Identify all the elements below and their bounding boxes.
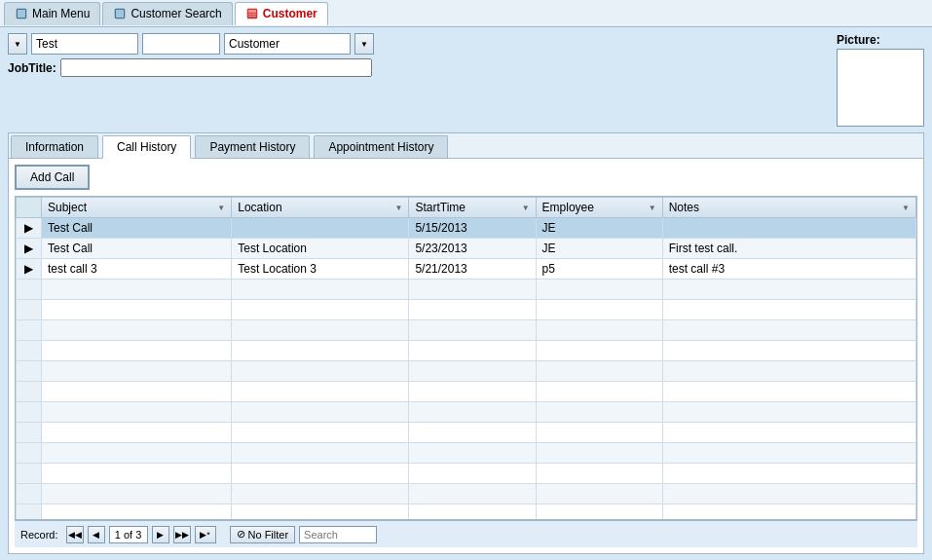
nav-next-button[interactable]: ▶: [152, 526, 169, 543]
cell-employee[interactable]: JE: [536, 239, 662, 259]
row-selector[interactable]: ▶: [17, 218, 42, 239]
table-row[interactable]: ▶ Test Call Test Location 5/23/2013 JE F…: [17, 239, 916, 259]
svg-rect-6: [248, 14, 256, 15]
nav-last-button[interactable]: ▶▶: [173, 526, 191, 543]
selector-column-header: [17, 198, 42, 218]
table-row-empty: [17, 341, 916, 361]
sub-tab-payment-history[interactable]: Payment History: [195, 135, 310, 158]
call-history-content: Add Call Subject ▼: [9, 159, 923, 553]
record-nav-label: Record:: [20, 529, 58, 541]
no-filter-button[interactable]: ⊘ No Filter: [230, 526, 296, 543]
main-content: JobTitle: Picture: Information Call Hist…: [0, 27, 932, 560]
record-search-input[interactable]: [299, 526, 377, 543]
picture-label: Picture:: [837, 33, 880, 47]
search-icon: [113, 7, 127, 20]
jobtitle-input[interactable]: [60, 58, 372, 77]
table-row-empty: [17, 504, 916, 521]
location-column-header[interactable]: Location ▼: [232, 198, 409, 218]
table-row-empty: [17, 423, 916, 443]
cell-subject[interactable]: Test Call: [42, 218, 232, 239]
record-nav: Record: ◀◀ ◀ ▶ ▶▶ ▶* ⊘ No Filter: [15, 520, 917, 547]
record-position-input[interactable]: [109, 526, 148, 543]
table-row-empty: [17, 443, 916, 464]
cell-employee[interactable]: p5: [536, 259, 662, 280]
table-row-empty: [17, 361, 916, 382]
funnel-icon: ⊘: [237, 528, 245, 541]
tab-panel: Information Call History Payment History…: [8, 132, 924, 554]
table-row-empty: [17, 280, 916, 300]
cell-starttime[interactable]: 5/23/2013: [409, 239, 536, 259]
field1-dropdown[interactable]: [8, 33, 27, 55]
top-form: JobTitle: Picture:: [8, 33, 924, 127]
table-row[interactable]: ▶ Test Call 5/15/2013 JE: [17, 218, 916, 239]
cell-notes[interactable]: test call #3: [662, 259, 915, 280]
tab-main-menu[interactable]: Main Menu: [4, 2, 100, 25]
notes-column-header[interactable]: Notes ▼: [662, 198, 915, 218]
table-row-empty: [17, 484, 916, 504]
row-selector[interactable]: ▶: [17, 239, 42, 259]
nav-prev-button[interactable]: ◀: [88, 526, 105, 543]
cell-notes[interactable]: [662, 218, 915, 239]
middle-name-input[interactable]: [142, 33, 220, 55]
home-icon: [15, 7, 28, 20]
title-dropdown[interactable]: [354, 33, 374, 55]
cell-location[interactable]: Test Location: [232, 239, 409, 259]
tab-main-menu-label: Main Menu: [32, 7, 90, 20]
table-row-empty: [17, 320, 916, 341]
cell-employee[interactable]: JE: [536, 218, 662, 239]
add-call-button[interactable]: Add Call: [15, 165, 90, 190]
location-sort-icon: ▼: [394, 204, 402, 212]
sub-tab-appointment-history[interactable]: Appointment History: [314, 135, 448, 158]
table-row-empty: [17, 382, 916, 402]
last-name-input[interactable]: [224, 33, 351, 55]
subject-column-header[interactable]: Subject ▼: [42, 198, 232, 218]
cell-starttime[interactable]: 5/15/2013: [409, 218, 536, 239]
cell-subject[interactable]: Test Call: [42, 239, 232, 259]
row-selector[interactable]: ▶: [17, 259, 42, 280]
sub-tab-call-history[interactable]: Call History: [102, 135, 191, 159]
cell-location[interactable]: Test Location 3: [232, 259, 409, 280]
tab-customer-search-label: Customer Search: [130, 7, 221, 20]
table-row-empty: [17, 402, 916, 423]
sub-tabs: Information Call History Payment History…: [9, 133, 923, 159]
svg-rect-3: [116, 10, 124, 18]
starttime-column-header[interactable]: StartTime ▼: [409, 198, 536, 218]
cell-starttime[interactable]: 5/21/2013: [409, 259, 536, 280]
title-bar: Main Menu Customer Search Customer: [0, 0, 932, 27]
picture-box: [837, 49, 924, 127]
nav-first-button[interactable]: ◀◀: [66, 526, 84, 543]
cell-notes[interactable]: First test call.: [662, 239, 915, 259]
employee-sort-icon: ▼: [649, 204, 656, 212]
tab-customer-search[interactable]: Customer Search: [102, 2, 232, 25]
subject-sort-icon: ▼: [217, 204, 225, 212]
svg-rect-5: [248, 10, 256, 13]
employee-column-header[interactable]: Employee ▼: [536, 198, 662, 218]
svg-rect-7: [248, 16, 256, 17]
table-icon: [245, 7, 259, 20]
starttime-sort-icon: ▼: [522, 204, 530, 212]
jobtitle-row: JobTitle:: [8, 58, 817, 77]
jobtitle-label: JobTitle:: [8, 61, 56, 75]
tab-customer[interactable]: Customer: [235, 2, 328, 25]
cell-location[interactable]: [232, 218, 409, 239]
picture-area: Picture:: [837, 33, 924, 127]
cell-subject[interactable]: test call 3: [42, 259, 232, 280]
call-history-table: Subject ▼ Location ▼: [16, 197, 916, 520]
tab-customer-label: Customer: [263, 7, 317, 20]
notes-sort-icon: ▼: [902, 204, 910, 212]
first-name-input[interactable]: [31, 33, 138, 55]
table-row-empty: [17, 300, 916, 320]
nav-new-button[interactable]: ▶*: [195, 526, 216, 543]
sub-tab-information[interactable]: Information: [11, 135, 98, 158]
table-row-empty: [17, 464, 916, 484]
svg-rect-1: [18, 10, 25, 18]
form-fields: JobTitle:: [8, 33, 817, 77]
call-history-table-wrapper[interactable]: Subject ▼ Location ▼: [15, 196, 917, 520]
table-row[interactable]: ▶ test call 3 Test Location 3 5/21/2013 …: [17, 259, 916, 280]
name-row: [8, 33, 817, 55]
